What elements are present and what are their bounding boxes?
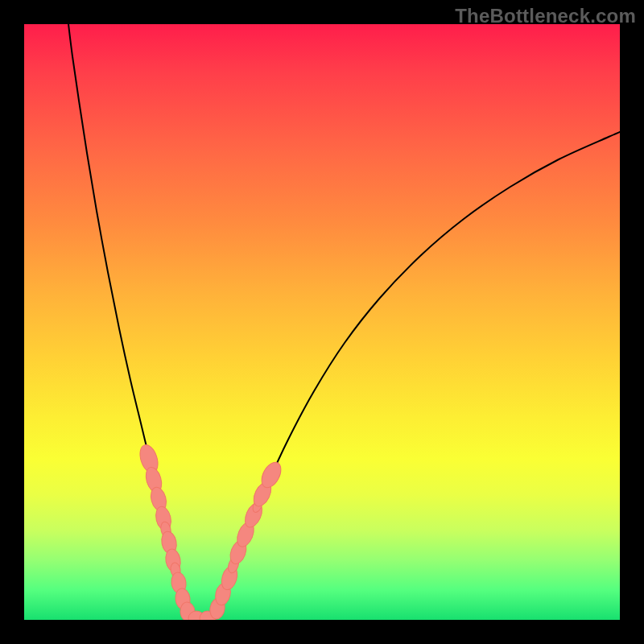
curve-path [68,24,620,620]
curve-layer [24,24,620,620]
chart-frame: TheBottleneck.com [0,0,644,644]
plot-area [24,24,620,620]
bottleneck-curve [68,24,620,620]
marker-cluster [137,443,285,620]
watermark-text: TheBottleneck.com [455,5,636,27]
